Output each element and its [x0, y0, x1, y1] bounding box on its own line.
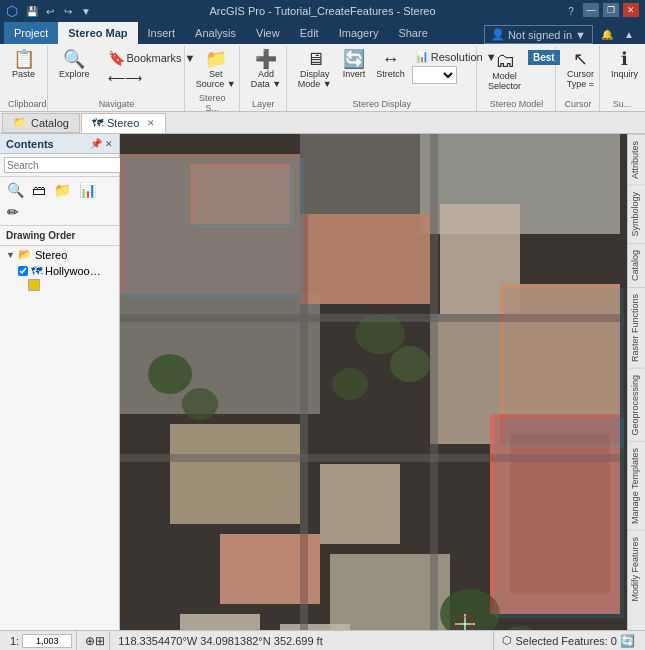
selected-features-label: Selected Features: 0: [515, 635, 617, 647]
set-source-button[interactable]: 📁 SetSource ▼: [192, 48, 240, 91]
tab-imagery[interactable]: Imagery: [329, 22, 389, 44]
ribbon-group-stereo-display: 🖥 DisplayMode ▼ 🔄 Invert ↔ Stretch 📊 Res…: [288, 46, 477, 111]
sidebar-collapse-btn[interactable]: ✕: [105, 137, 113, 150]
refresh-btn[interactable]: 🔄: [620, 634, 635, 648]
scale-input[interactable]: [22, 634, 72, 648]
modify-features-panel-tab[interactable]: Modify Features: [628, 530, 646, 608]
sign-in-chevron: ▼: [575, 29, 586, 41]
app-logo: ⬡: [6, 3, 18, 19]
sidebar-pin-btn[interactable]: 📌: [89, 137, 103, 150]
resolution-select[interactable]: [412, 66, 457, 84]
map-area[interactable]: [120, 134, 627, 630]
sidebar-header-icons: 📌 ✕: [89, 137, 113, 150]
tab-share[interactable]: Share: [388, 22, 437, 44]
layer-buttons: ➕ AddData ▼: [247, 48, 285, 97]
sidebar-tools: 🔍 🗃 📁 📊 ✏: [0, 177, 119, 226]
stereo-source-label: Stereo S...: [192, 91, 233, 113]
catalog-tab[interactable]: 📁 Catalog: [2, 113, 80, 133]
svg-rect-31: [300, 214, 430, 304]
clipboard-buttons: 📋 Paste: [8, 48, 39, 97]
nav-tools-icon: ⊕⊞: [85, 634, 105, 648]
cursor-type-button[interactable]: ↖ CursorType =: [563, 48, 598, 91]
restore-btn[interactable]: ❐: [603, 3, 619, 17]
tab-project[interactable]: Project: [4, 22, 58, 44]
stretch-button[interactable]: ↔ Stretch: [372, 48, 409, 81]
clipboard-label: Clipboard: [8, 97, 41, 109]
help-btn[interactable]: ?: [563, 3, 579, 19]
svg-point-20: [332, 368, 368, 400]
undo-quick-btn[interactable]: ↩: [42, 3, 58, 19]
stereo-display-label: Stereo Display: [294, 97, 470, 109]
tool-edit[interactable]: ✏: [4, 202, 22, 222]
layer-visibility-checkbox[interactable]: [18, 266, 28, 276]
status-bar: 1: ⊕⊞ 118.3354470°W 34.0981382°N 352.699…: [0, 630, 645, 650]
model-controls: 🗂 ModelSelector: [484, 48, 525, 93]
right-panel: Attributes Symbology Catalog Raster Func…: [627, 134, 645, 630]
bookmarks-icon: 🔖: [108, 50, 125, 66]
symbology-panel-tab[interactable]: Symbology: [628, 185, 646, 243]
tool-filter[interactable]: 🔍: [4, 180, 27, 200]
display-mode-button[interactable]: 🖥 DisplayMode ▼: [294, 48, 336, 91]
ribbon-collapse-btn[interactable]: ▲: [621, 27, 637, 43]
stereo-tab[interactable]: 🗺 Stereo ✕: [81, 113, 166, 133]
explore-button[interactable]: 🔍 Explore: [55, 48, 94, 81]
tab-edit[interactable]: Edit: [290, 22, 329, 44]
sidebar-header: Contents 📌 ✕: [0, 134, 119, 154]
ribbon-tab-bar: Project Stereo Map Insert Analysis View …: [0, 22, 645, 44]
attributes-panel-tab[interactable]: Attributes: [628, 134, 646, 185]
tab-stereo-map[interactable]: Stereo Map: [58, 22, 137, 44]
view-area: Contents 📌 ✕ 🔍 🔍 🗃 📁 📊 ✏ Drawing Order ▼…: [0, 134, 645, 630]
tab-view[interactable]: View: [246, 22, 290, 44]
stereo-tab-icon: 🗺: [92, 117, 103, 129]
sign-in-button[interactable]: 👤 Not signed in ▼: [484, 25, 593, 44]
scale-item: 1:: [6, 631, 77, 650]
invert-icon: 🔄: [343, 50, 365, 68]
svg-rect-28: [430, 134, 438, 630]
tool-table[interactable]: 🗃: [29, 180, 49, 200]
ribbon-right-area: 👤 Not signed in ▼ 🔔 ▲: [484, 25, 645, 44]
catalog-tab-label: Catalog: [31, 117, 69, 129]
svg-rect-34: [220, 534, 320, 604]
model-selector-button[interactable]: 🗂 ModelSelector: [484, 48, 525, 93]
svg-rect-14: [180, 614, 260, 630]
geoprocessing-panel-tab[interactable]: Geoprocessing: [628, 368, 646, 442]
tab-analysis[interactable]: Analysis: [185, 22, 246, 44]
tool-folder[interactable]: 📁: [51, 180, 74, 200]
qa-dropdown-btn[interactable]: ▼: [78, 3, 94, 19]
save-quick-btn[interactable]: 💾: [24, 3, 40, 19]
layer-stereo-group[interactable]: ▼ 📂 Stereo: [0, 246, 119, 263]
paste-button[interactable]: 📋 Paste: [8, 48, 39, 81]
tool-chart[interactable]: 📊: [76, 180, 99, 200]
coordinates-text: 118.3354470°W 34.0981382°N 352.699 ft: [118, 635, 323, 647]
resolution-icon: 📊: [415, 50, 429, 63]
minimize-btn[interactable]: —: [583, 3, 599, 17]
notification-bell[interactable]: 🔔: [599, 27, 615, 43]
redo-quick-btn[interactable]: ↪: [60, 3, 76, 19]
add-data-button[interactable]: ➕ AddData ▼: [247, 48, 285, 91]
best-button[interactable]: Best: [528, 50, 560, 65]
ribbon-group-layer: ➕ AddData ▼ Layer: [241, 46, 287, 111]
stereo-tab-close[interactable]: ✕: [147, 118, 155, 128]
navigate-buttons: 🔍 Explore 🔖 Bookmarks ▼ ⟵⟶: [55, 48, 198, 97]
bookmarks-button[interactable]: 🔖 Bookmarks ▼: [105, 48, 199, 68]
drawing-order-label: Drawing Order: [0, 226, 119, 246]
invert-button[interactable]: 🔄 Invert: [339, 48, 370, 81]
selected-icon: ⬡: [502, 634, 512, 647]
tab-insert[interactable]: Insert: [138, 22, 186, 44]
layer-name-label: Hollywood_Buildings_C...: [45, 265, 105, 277]
raster-functions-panel-tab[interactable]: Raster Functions: [628, 287, 646, 368]
inquiry-button[interactable]: ℹ Inquiry: [607, 48, 642, 81]
ribbon-group-stereo-source: 📁 SetSource ▼ Stereo S...: [186, 46, 240, 111]
source-buttons: 📁 SetSource ▼: [192, 48, 240, 91]
search-input[interactable]: [4, 157, 137, 173]
stereo-model-label: Stereo Model: [484, 97, 549, 109]
catalog-panel-tab[interactable]: Catalog: [628, 243, 646, 287]
close-btn[interactable]: ✕: [623, 3, 639, 17]
window-controls: ? — ❐ ✕: [563, 3, 639, 19]
ribbon-group-cursor: ↖ CursorType = Cursor: [557, 46, 600, 111]
svg-point-19: [390, 346, 430, 382]
navigate-col: 🔖 Bookmarks ▼ ⟵⟶: [105, 48, 199, 87]
nav-arrows-btn[interactable]: ⟵⟶: [105, 69, 199, 87]
layer-hollywood-buildings[interactable]: 🗺 Hollywood_Buildings_C...: [0, 263, 119, 279]
manage-templates-panel-tab[interactable]: Manage Templates: [628, 441, 646, 530]
